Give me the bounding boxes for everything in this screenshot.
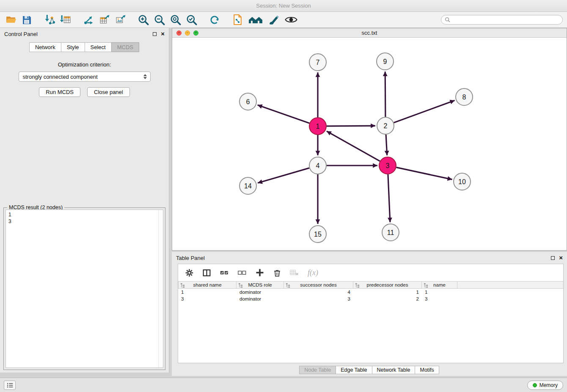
tab-motifs[interactable]: Motifs: [415, 366, 439, 374]
column-header[interactable]: successor nodes: [284, 282, 353, 288]
edge-2-9[interactable]: [385, 72, 385, 117]
table-tabs: Node TableEdge TableNetwork TableMotifs: [172, 366, 567, 374]
column-header[interactable]: MCDS role: [237, 282, 284, 288]
panel-menu-button[interactable]: [4, 381, 16, 390]
close-table-panel-icon[interactable]: ×: [559, 256, 563, 260]
edge-3-1[interactable]: [327, 131, 380, 161]
control-tab-select[interactable]: Select: [85, 42, 112, 52]
sort-icon: [424, 283, 428, 288]
memory-button[interactable]: Memory: [527, 381, 563, 390]
network-view-title: scc.txt: [172, 30, 567, 36]
table-cell[interactable]: 3: [422, 296, 457, 301]
column-header[interactable]: predecessor nodes: [353, 282, 422, 288]
zoom-fit-button[interactable]: [169, 14, 182, 26]
close-window-icon[interactable]: ×: [176, 30, 182, 36]
apply-style-button[interactable]: [267, 14, 280, 26]
search-box[interactable]: [441, 15, 563, 25]
float-panel-icon[interactable]: [153, 32, 157, 36]
home-views-button[interactable]: [247, 14, 264, 26]
import-network-icon: [44, 14, 55, 25]
network-document-button[interactable]: [231, 14, 244, 26]
edge-2-3[interactable]: [386, 135, 387, 155]
table-cell[interactable]: 3: [178, 296, 237, 301]
table-cell[interactable]: 1: [422, 290, 457, 295]
run-mcds-button[interactable]: Run MCDS: [39, 87, 80, 97]
tab-node-table[interactable]: Node Table: [299, 366, 336, 374]
tab-edge-table[interactable]: Edge Table: [336, 366, 372, 374]
control-tab-mcds[interactable]: MCDS: [111, 42, 139, 52]
node-label: 2: [384, 122, 388, 130]
node-label: 14: [244, 182, 252, 190]
table-panel-content: f(x) shared nameMCDS rolesuccessor nodes…: [178, 264, 564, 363]
refresh-layout-button[interactable]: [208, 14, 221, 26]
search-input[interactable]: [452, 17, 559, 23]
add-column-button[interactable]: [255, 268, 264, 277]
show-hide-button[interactable]: [284, 14, 299, 26]
edge-3-10[interactable]: [396, 167, 452, 179]
control-tab-style[interactable]: Style: [61, 42, 85, 52]
memory-label: Memory: [539, 382, 558, 388]
node-label: 8: [462, 94, 466, 101]
delete-column-button[interactable]: [273, 268, 281, 277]
main-toolbar: [0, 12, 567, 28]
edge-1-6[interactable]: [258, 105, 310, 123]
show-columns-button[interactable]: [202, 268, 211, 277]
table-cell[interactable]: 3: [284, 296, 353, 301]
network-view-titlebar: × − + scc.txt: [172, 28, 567, 38]
maximize-window-icon[interactable]: +: [193, 30, 198, 36]
table-settings-button[interactable]: [185, 268, 194, 277]
column-header[interactable]: name: [422, 282, 457, 288]
export-image-button[interactable]: [114, 14, 127, 26]
search-icon: [445, 17, 450, 22]
mcds-result-box[interactable]: 13: [6, 210, 163, 368]
table-panel-header: Table Panel ×: [172, 252, 567, 264]
tab-network-table[interactable]: Network Table: [372, 366, 416, 374]
zoom-selected-button[interactable]: [185, 14, 198, 26]
column-header[interactable]: shared name: [178, 282, 237, 288]
unchecked-boxes-icon: [237, 268, 247, 277]
function-builder-button[interactable]: f(x): [308, 268, 318, 277]
close-panel-button[interactable]: Close panel: [87, 87, 130, 97]
criterion-dropdown[interactable]: strongly connected component: [19, 72, 151, 82]
table-cell[interactable]: dominator: [237, 290, 284, 295]
table-cell[interactable]: 1: [353, 290, 422, 295]
import-network-button[interactable]: [43, 14, 56, 26]
node-label: 7: [316, 59, 320, 66]
memory-status-icon: [533, 383, 537, 387]
table-row[interactable]: 1dominator411: [178, 289, 563, 295]
edge-4-14[interactable]: [258, 168, 309, 183]
control-tab-network[interactable]: Network: [29, 42, 61, 52]
edge-1-2[interactable]: [327, 126, 375, 126]
zoom-in-button[interactable]: [137, 14, 150, 26]
column-header-label: shared name: [193, 282, 221, 287]
network-graph[interactable]: 7968124314101511: [172, 38, 567, 250]
table-row[interactable]: 3dominator323: [178, 295, 563, 302]
node-label: 1: [316, 123, 320, 130]
edge-2-8[interactable]: [394, 100, 455, 123]
window-title: Session: New Session: [256, 3, 311, 9]
node-label: 3: [386, 162, 390, 169]
table-cell[interactable]: 1: [178, 290, 237, 295]
export-table-icon: [99, 14, 110, 25]
minimize-window-icon[interactable]: −: [185, 30, 190, 36]
result-scrollbar[interactable]: [158, 210, 163, 367]
float-table-panel-icon[interactable]: [551, 256, 555, 260]
delete-table-button[interactable]: [290, 269, 299, 276]
table-cell[interactable]: dominator: [237, 296, 284, 301]
table-toolbar: f(x): [178, 264, 563, 281]
close-panel-icon[interactable]: ×: [161, 32, 165, 36]
edge-3-11[interactable]: [388, 174, 390, 222]
zoom-in-icon: [138, 14, 149, 26]
export-network-button[interactable]: [82, 14, 95, 26]
table-cell[interactable]: 4: [284, 290, 353, 295]
table-cell[interactable]: 2: [353, 296, 422, 301]
select-all-button[interactable]: [220, 268, 229, 277]
export-table-button[interactable]: [98, 14, 111, 26]
import-table-button[interactable]: [59, 14, 72, 26]
sort-icon: [355, 283, 360, 288]
zoom-out-button[interactable]: [153, 14, 166, 26]
save-session-button[interactable]: [20, 14, 33, 26]
deselect-all-button[interactable]: [237, 268, 247, 277]
mcds-result-list: 13: [8, 211, 160, 225]
open-file-button[interactable]: [4, 14, 17, 26]
